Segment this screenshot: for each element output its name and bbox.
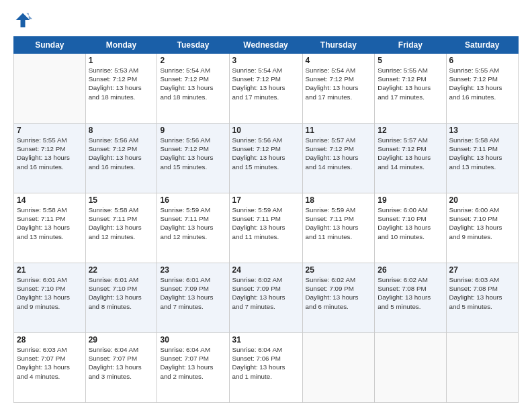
day-number: 2 — [160, 56, 226, 65]
day-number: 25 — [306, 265, 372, 275]
day-info: Sunrise: 6:04 AMSunset: 7:07 PMDaylight:… — [89, 345, 154, 381]
calendar-cell: 20Sunrise: 6:00 AMSunset: 7:10 PMDayligh… — [446, 193, 519, 263]
calendar-cell: 13Sunrise: 5:58 AMSunset: 7:11 PMDayligh… — [446, 124, 519, 193]
day-info: Sunrise: 5:55 AMSunset: 7:12 PMDaylight:… — [378, 66, 443, 101]
calendar-cell: 14Sunrise: 5:58 AMSunset: 7:11 PMDayligh… — [14, 193, 86, 263]
logo — [13, 11, 35, 30]
day-info: Sunrise: 6:03 AMSunset: 7:07 PMDaylight:… — [17, 345, 83, 381]
calendar-cell: 7Sunrise: 5:55 AMSunset: 7:12 PMDaylight… — [14, 124, 86, 193]
day-number: 24 — [232, 265, 300, 275]
calendar-cell: 27Sunrise: 6:03 AMSunset: 7:08 PMDayligh… — [446, 263, 519, 333]
calendar-week-3: 14Sunrise: 5:58 AMSunset: 7:11 PMDayligh… — [14, 193, 519, 263]
day-info: Sunrise: 6:01 AMSunset: 7:10 PMDaylight:… — [89, 275, 154, 311]
calendar-cell: 12Sunrise: 5:57 AMSunset: 7:12 PMDayligh… — [375, 124, 446, 193]
calendar-cell: 24Sunrise: 6:02 AMSunset: 7:09 PMDayligh… — [229, 263, 302, 333]
calendar-week-2: 7Sunrise: 5:55 AMSunset: 7:12 PMDaylight… — [14, 124, 519, 193]
day-info: Sunrise: 5:57 AMSunset: 7:12 PMDaylight:… — [378, 136, 443, 171]
day-header-friday: Friday — [375, 37, 446, 54]
calendar-cell: 6Sunrise: 5:55 AMSunset: 7:12 PMDaylight… — [446, 54, 519, 124]
day-number: 19 — [378, 195, 443, 205]
day-info: Sunrise: 5:59 AMSunset: 7:11 PMDaylight:… — [306, 205, 372, 241]
day-info: Sunrise: 6:02 AMSunset: 7:09 PMDaylight:… — [232, 275, 300, 311]
day-number: 21 — [17, 265, 83, 275]
calendar-page: SundayMondayTuesdayWednesdayThursdayFrid… — [0, 0, 532, 411]
day-number: 8 — [89, 126, 154, 135]
calendar-cell — [375, 333, 446, 403]
calendar-cell: 17Sunrise: 5:59 AMSunset: 7:11 PMDayligh… — [229, 193, 302, 263]
day-info: Sunrise: 5:56 AMSunset: 7:12 PMDaylight:… — [160, 136, 226, 171]
calendar-cell: 10Sunrise: 5:56 AMSunset: 7:12 PMDayligh… — [229, 124, 302, 193]
calendar-table: SundayMondayTuesdayWednesdayThursdayFrid… — [13, 36, 519, 403]
calendar-cell: 4Sunrise: 5:54 AMSunset: 7:12 PMDaylight… — [302, 54, 375, 124]
day-info: Sunrise: 5:58 AMSunset: 7:11 PMDaylight:… — [449, 136, 516, 171]
day-info: Sunrise: 5:59 AMSunset: 7:11 PMDaylight:… — [160, 205, 226, 241]
day-number: 1 — [89, 56, 154, 65]
day-info: Sunrise: 6:01 AMSunset: 7:10 PMDaylight:… — [17, 275, 83, 311]
calendar-cell: 29Sunrise: 6:04 AMSunset: 7:07 PMDayligh… — [85, 333, 157, 403]
calendar-cell: 18Sunrise: 5:59 AMSunset: 7:11 PMDayligh… — [302, 193, 375, 263]
day-number: 18 — [306, 195, 372, 205]
calendar-cell: 30Sunrise: 6:04 AMSunset: 7:07 PMDayligh… — [157, 333, 229, 403]
calendar-cell: 9Sunrise: 5:56 AMSunset: 7:12 PMDaylight… — [157, 124, 229, 193]
calendar-cell: 11Sunrise: 5:57 AMSunset: 7:12 PMDayligh… — [302, 124, 375, 193]
day-number: 4 — [306, 56, 372, 65]
day-info: Sunrise: 5:54 AMSunset: 7:12 PMDaylight:… — [160, 66, 226, 101]
day-info: Sunrise: 6:02 AMSunset: 7:08 PMDaylight:… — [378, 275, 443, 311]
day-info: Sunrise: 5:54 AMSunset: 7:12 PMDaylight:… — [306, 66, 372, 101]
day-header-wednesday: Wednesday — [229, 37, 302, 54]
day-number: 7 — [17, 126, 83, 135]
day-number: 30 — [160, 335, 226, 345]
svg-marker-0 — [16, 13, 30, 28]
day-number: 11 — [306, 126, 372, 135]
day-number: 23 — [160, 265, 226, 275]
day-info: Sunrise: 6:00 AMSunset: 7:10 PMDaylight:… — [449, 205, 516, 241]
calendar-cell: 28Sunrise: 6:03 AMSunset: 7:07 PMDayligh… — [14, 333, 86, 403]
day-number: 6 — [449, 56, 516, 65]
day-header-saturday: Saturday — [446, 37, 519, 54]
day-info: Sunrise: 5:54 AMSunset: 7:12 PMDaylight:… — [232, 66, 300, 101]
calendar-cell: 25Sunrise: 6:02 AMSunset: 7:09 PMDayligh… — [302, 263, 375, 333]
calendar-cell — [302, 333, 375, 403]
calendar-cell: 5Sunrise: 5:55 AMSunset: 7:12 PMDaylight… — [375, 54, 446, 124]
day-info: Sunrise: 5:58 AMSunset: 7:11 PMDaylight:… — [17, 205, 83, 241]
day-info: Sunrise: 6:04 AMSunset: 7:06 PMDaylight:… — [232, 345, 300, 381]
calendar-cell: 8Sunrise: 5:56 AMSunset: 7:12 PMDaylight… — [85, 124, 157, 193]
day-number: 16 — [160, 195, 226, 205]
day-info: Sunrise: 5:56 AMSunset: 7:12 PMDaylight:… — [232, 136, 300, 171]
calendar-cell: 1Sunrise: 5:53 AMSunset: 7:12 PMDaylight… — [85, 54, 157, 124]
day-number: 13 — [449, 126, 516, 135]
day-header-sunday: Sunday — [14, 37, 86, 54]
day-number: 3 — [232, 56, 300, 65]
header — [13, 11, 519, 30]
calendar-cell: 31Sunrise: 6:04 AMSunset: 7:06 PMDayligh… — [229, 333, 302, 403]
day-info: Sunrise: 6:01 AMSunset: 7:09 PMDaylight:… — [160, 275, 226, 311]
calendar-cell: 2Sunrise: 5:54 AMSunset: 7:12 PMDaylight… — [157, 54, 229, 124]
calendar-cell — [14, 54, 86, 124]
day-info: Sunrise: 5:59 AMSunset: 7:11 PMDaylight:… — [232, 205, 300, 241]
calendar-cell: 3Sunrise: 5:54 AMSunset: 7:12 PMDaylight… — [229, 54, 302, 124]
day-number: 17 — [232, 195, 300, 205]
day-info: Sunrise: 5:57 AMSunset: 7:12 PMDaylight:… — [306, 136, 372, 171]
day-info: Sunrise: 5:55 AMSunset: 7:12 PMDaylight:… — [449, 66, 516, 101]
day-info: Sunrise: 5:53 AMSunset: 7:12 PMDaylight:… — [89, 66, 154, 101]
day-info: Sunrise: 5:55 AMSunset: 7:12 PMDaylight:… — [17, 136, 83, 171]
day-number: 22 — [89, 265, 154, 275]
day-number: 20 — [449, 195, 516, 205]
day-info: Sunrise: 6:00 AMSunset: 7:10 PMDaylight:… — [378, 205, 443, 241]
calendar-cell: 22Sunrise: 6:01 AMSunset: 7:10 PMDayligh… — [85, 263, 157, 333]
calendar-week-1: 1Sunrise: 5:53 AMSunset: 7:12 PMDaylight… — [14, 54, 519, 124]
day-number: 28 — [17, 335, 83, 345]
day-number: 14 — [17, 195, 83, 205]
day-header-monday: Monday — [85, 37, 157, 54]
day-number: 26 — [378, 265, 443, 275]
calendar-cell: 26Sunrise: 6:02 AMSunset: 7:08 PMDayligh… — [375, 263, 446, 333]
day-number: 27 — [449, 265, 516, 275]
day-number: 31 — [232, 335, 300, 345]
day-info: Sunrise: 5:56 AMSunset: 7:12 PMDaylight:… — [89, 136, 154, 171]
day-header-tuesday: Tuesday — [157, 37, 229, 54]
day-number: 5 — [378, 56, 443, 65]
calendar-cell: 19Sunrise: 6:00 AMSunset: 7:10 PMDayligh… — [375, 193, 446, 263]
logo-icon — [13, 11, 32, 30]
day-info: Sunrise: 6:04 AMSunset: 7:07 PMDaylight:… — [160, 345, 226, 381]
calendar-week-4: 21Sunrise: 6:01 AMSunset: 7:10 PMDayligh… — [14, 263, 519, 333]
